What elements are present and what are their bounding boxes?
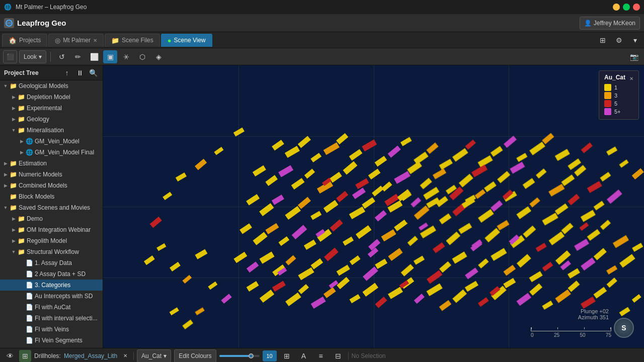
scene-files-icon: 📁 bbox=[111, 37, 119, 44]
user-menu[interactable]: 👤 Jeffrey McKeon bbox=[580, 17, 640, 30]
svg-rect-19 bbox=[504, 136, 517, 148]
opacity-slider[interactable] bbox=[219, 355, 260, 357]
tab-mt-palmer[interactable]: ◎ Mt Palmer ✕ bbox=[48, 34, 104, 47]
rotate-tool[interactable]: ↺ bbox=[55, 50, 69, 63]
tree-item-fi-aucat[interactable]: 📄 FI with AuCat bbox=[0, 302, 103, 313]
file-icon: 📄 bbox=[25, 303, 33, 311]
text-button[interactable]: A bbox=[297, 349, 311, 363]
drillholes-label: Drillholes: Merged_Assay_Lith bbox=[34, 352, 117, 359]
tree-item-geology[interactable]: ▶ 📁 Geology bbox=[0, 114, 103, 125]
svg-rect-33 bbox=[343, 161, 358, 174]
tab-scene-files[interactable]: 📁 Scene Files bbox=[105, 34, 160, 47]
project-tree: ▼ 📁 Geological Models ▶ 📁 Depletion Mode… bbox=[0, 80, 103, 348]
pause-button[interactable]: ⏸ bbox=[74, 67, 86, 78]
folder-icon: 📁 bbox=[17, 248, 25, 256]
viewport-icon[interactable]: ⬛ bbox=[3, 50, 17, 63]
minimize-button[interactable] bbox=[613, 4, 620, 11]
layout-button[interactable]: ⊞ bbox=[596, 34, 610, 47]
tree-item-structural-workflow[interactable]: ▼ 📁 Structural Workflow bbox=[0, 246, 103, 257]
tab-scene-view[interactable]: ● Scene View bbox=[161, 34, 212, 47]
svg-rect-119 bbox=[310, 258, 323, 269]
screenshot-button[interactable]: 📷 bbox=[627, 50, 641, 63]
search-button[interactable]: 🔍 bbox=[88, 67, 99, 78]
legend-close-icon[interactable]: ✕ bbox=[629, 76, 633, 81]
svg-rect-18 bbox=[491, 146, 503, 157]
aucat-dropdown[interactable]: Au_Cat ▾ bbox=[137, 349, 171, 363]
table-button[interactable]: ≡ bbox=[314, 349, 328, 363]
tree-item-fi-veins[interactable]: 📄 FI with Veins bbox=[0, 324, 103, 335]
navigation-cube[interactable]: S bbox=[614, 318, 634, 338]
tree-item-mineralisation[interactable]: ▼ 📁 Mineralisation bbox=[0, 125, 103, 136]
tree-item-au-intercepts-sd[interactable]: 📄 Au Intercepts with SD bbox=[0, 291, 103, 302]
plunge-azimuth-info: Plunge +02 Azimuth 351 bbox=[578, 308, 609, 320]
tree-item-assay-data[interactable]: 📄 1. Assay Data bbox=[0, 257, 103, 268]
tree-item-demo[interactable]: ▶ 📁 Demo bbox=[0, 213, 103, 224]
tree-item-saved-scenes[interactable]: ▼ 📁 Saved Scenes and Movies bbox=[0, 202, 103, 213]
settings-button[interactable]: ⚙ bbox=[612, 34, 626, 47]
svg-rect-134 bbox=[503, 265, 516, 276]
expand-icon: ▼ bbox=[10, 127, 17, 134]
file-icon: 📄 bbox=[25, 336, 33, 344]
measure-tool[interactable]: ⬡ bbox=[135, 50, 149, 63]
app-header: Leapfrog Geo 👤 Jeffrey McKeon bbox=[0, 14, 644, 32]
tree-item-categories[interactable]: 📄 3. Categories bbox=[0, 280, 103, 291]
tree-item-assay-data-sd[interactable]: 📄 2 Assay Data + SD bbox=[0, 268, 103, 280]
polygon-tool[interactable]: ⚹ bbox=[119, 50, 133, 63]
svg-rect-82 bbox=[607, 190, 622, 204]
svg-rect-29 bbox=[291, 178, 305, 190]
svg-rect-136 bbox=[529, 271, 542, 282]
filter-button[interactable]: ⊟ bbox=[331, 349, 345, 363]
svg-rect-3 bbox=[298, 136, 311, 148]
grid-view-button[interactable]: ⊞ bbox=[280, 349, 294, 363]
eraser-tool[interactable]: ◈ bbox=[151, 50, 166, 63]
bottom-panel-separator bbox=[133, 352, 134, 360]
maximize-button[interactable] bbox=[623, 4, 630, 11]
tree-item-combined-models[interactable]: ▶ 📁 Combined Models bbox=[0, 180, 103, 191]
tree-item-cross-sections[interactable]: ▼ 📁 Cross Sections and Contours bbox=[0, 346, 103, 348]
remove-layer-button[interactable]: ✕ bbox=[120, 351, 130, 361]
look-dropdown[interactable]: Look ▾ bbox=[19, 50, 46, 63]
tree-item-numeric-models[interactable]: ▶ 📁 Numeric Models bbox=[0, 169, 103, 180]
tree-label: GM_Vein_Model bbox=[35, 138, 79, 145]
legend-item-1: 1 bbox=[604, 84, 633, 91]
tree-item-fi-interval-sel[interactable]: 📄 FI with interval selecti... bbox=[0, 313, 103, 324]
svg-rect-103 bbox=[497, 220, 509, 231]
svg-rect-16 bbox=[465, 140, 475, 150]
layer-icon[interactable]: ⊞ bbox=[19, 350, 31, 362]
svg-rect-214 bbox=[474, 189, 486, 199]
svg-rect-37 bbox=[394, 171, 411, 184]
tree-item-om-integration[interactable]: ▶ 📁 OM Integration Webinar bbox=[0, 224, 103, 235]
svg-rect-117 bbox=[285, 255, 296, 265]
tree-item-estimation[interactable]: ▶ 📁 Estimation bbox=[0, 158, 103, 169]
tree-label: FI with AuCat bbox=[35, 304, 70, 311]
tree-item-gm-vein-model[interactable]: ▶ 🌐 GM_Vein_Model bbox=[0, 136, 103, 147]
tree-item-experimental[interactable]: ▶ 📁 Experimental bbox=[0, 103, 103, 114]
tab-projects[interactable]: 🏠 Projects bbox=[2, 34, 47, 47]
tab-mt-palmer-close[interactable]: ✕ bbox=[93, 38, 97, 43]
svg-rect-139 bbox=[568, 268, 580, 279]
select-box-tool[interactable]: ⬜ bbox=[87, 50, 101, 63]
select-tool[interactable]: ▣ bbox=[103, 50, 117, 63]
tree-item-block-models[interactable]: 📁 Block Models bbox=[0, 191, 103, 202]
tree-item-fi-vein-segments[interactable]: 📄 FI Vein Segments bbox=[0, 335, 103, 346]
tree-item-regolith-model[interactable]: ▶ 📁 Regolith Model bbox=[0, 235, 103, 246]
geo-icon: 🌐 bbox=[25, 148, 33, 156]
tree-item-geological-models[interactable]: ▼ 📁 Geological Models bbox=[0, 80, 103, 92]
tree-item-gm-vein-model-final[interactable]: ▶ 🌐 GM_Vein_Model Final bbox=[0, 147, 103, 158]
app-icon: 🌐 bbox=[4, 4, 12, 11]
collapse-up-button[interactable]: ↑ bbox=[61, 67, 72, 78]
3d-viewport[interactable]: Au_Cat ✕ 1 3 5 5+ Plunge +02 Azim bbox=[103, 65, 644, 348]
svg-rect-34 bbox=[356, 178, 369, 189]
edit-tool[interactable]: ✏ bbox=[71, 50, 85, 63]
svg-rect-77 bbox=[542, 213, 558, 225]
svg-rect-75 bbox=[516, 206, 531, 219]
edit-colours-button[interactable]: Edit Colours bbox=[174, 349, 216, 363]
opacity-slider-thumb[interactable] bbox=[249, 353, 254, 358]
expand-icon: ▶ bbox=[10, 105, 17, 112]
close-button[interactable] bbox=[633, 4, 640, 11]
dropdown-button[interactable]: ▾ bbox=[628, 34, 642, 47]
svg-rect-7 bbox=[349, 149, 363, 160]
visibility-toggle[interactable]: 👁 bbox=[4, 350, 16, 362]
svg-rect-177 bbox=[221, 294, 231, 304]
tree-item-depletion-model[interactable]: ▶ 📁 Depletion Model bbox=[0, 92, 103, 103]
